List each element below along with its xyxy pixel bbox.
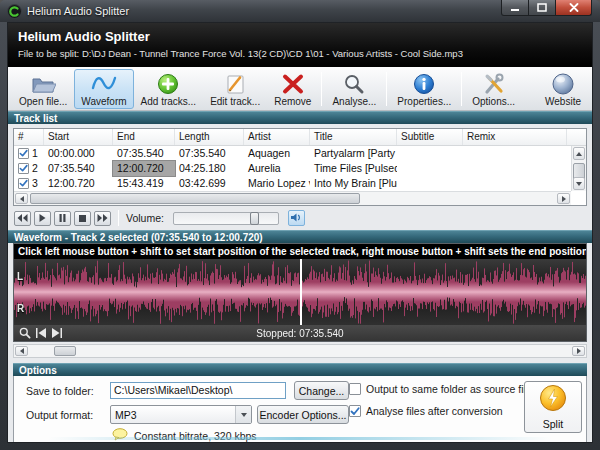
table-row[interactable]: 207:35.54012:00.72004:25.180AureliaTime … bbox=[14, 161, 586, 176]
toolbar-button-website[interactable]: Website bbox=[538, 69, 588, 109]
cell-artist[interactable]: Aquagen bbox=[244, 146, 310, 161]
same-folder-checkbox-box[interactable] bbox=[349, 383, 361, 395]
play-button[interactable] bbox=[34, 211, 51, 226]
bitrate-note-text: Constant bitrate, 320 kbps bbox=[134, 430, 257, 442]
table-horizontal-scrollbar[interactable] bbox=[14, 191, 571, 205]
waveform-horizontal-scrollbar[interactable] bbox=[13, 344, 587, 358]
analyse-checkbox[interactable]: Analyse files after conversion bbox=[349, 405, 503, 417]
skip-to-start-icon[interactable] bbox=[35, 328, 47, 338]
cell-title[interactable]: Partyalarm [Party Mix] bbox=[310, 146, 397, 161]
scroll-down-icon[interactable] bbox=[573, 177, 585, 190]
table-row[interactable]: 100:00.00007:35.54007:35.540AquagenParty… bbox=[14, 146, 586, 161]
waveform-section-header: Waveform - Track 2 selected (07:35.540 t… bbox=[8, 230, 592, 243]
same-folder-checkbox[interactable]: Output to same folder as source files bbox=[349, 383, 537, 395]
analyse-checkbox-box[interactable] bbox=[349, 405, 361, 417]
table-row[interactable]: 312:00.72015:43.41903:42.699Mario Lopez … bbox=[14, 176, 586, 191]
column-header-[interactable]: # bbox=[14, 129, 44, 145]
pause-button[interactable] bbox=[54, 211, 71, 226]
table-hscroll-thumb[interactable] bbox=[30, 193, 360, 204]
cell-end[interactable]: 15:43.419 bbox=[113, 176, 175, 191]
cell-artist[interactable]: Aurelia bbox=[244, 161, 310, 176]
header-band: Helium Audio Splitter File to be split: … bbox=[8, 23, 592, 67]
wave-hscroll-thumb[interactable] bbox=[54, 346, 76, 356]
output-format-label: Output format: bbox=[26, 409, 93, 421]
encoder-options-button[interactable]: Encoder Options... bbox=[257, 405, 349, 424]
cell-start[interactable]: 12:00.720 bbox=[44, 176, 113, 191]
cell-length[interactable]: 07:35.540 bbox=[175, 146, 244, 161]
column-header-remix[interactable]: Remix bbox=[463, 129, 567, 145]
change-folder-button[interactable]: Change... bbox=[294, 381, 349, 400]
stop-button[interactable] bbox=[74, 211, 91, 226]
waveform-block: Click left mouse button + shift to set s… bbox=[13, 243, 587, 342]
cell-subtitle[interactable] bbox=[397, 161, 463, 176]
toolbar-button-label: Add tracks... bbox=[141, 96, 197, 107]
track-checkbox[interactable] bbox=[18, 178, 29, 189]
toolbar-separator bbox=[386, 72, 387, 106]
toolbar-button-edit-track[interactable]: Edit track... bbox=[203, 69, 267, 109]
column-header-subtitle[interactable]: Subtitle bbox=[397, 129, 463, 145]
options-icon bbox=[482, 72, 506, 96]
toolbar-button-label: Edit track... bbox=[210, 96, 260, 107]
cell-length[interactable]: 03:42.699 bbox=[175, 176, 244, 191]
cell-length[interactable]: 04:25.180 bbox=[175, 161, 244, 176]
cell-subtitle[interactable] bbox=[397, 176, 463, 191]
cell-remix[interactable] bbox=[463, 146, 567, 161]
same-folder-checkbox-label: Output to same folder as source files bbox=[366, 383, 537, 395]
cell-artist[interactable]: Mario Lopez vs. ... bbox=[244, 176, 310, 191]
toolbar-button-add-tracks[interactable]: Add tracks... bbox=[134, 69, 204, 109]
skip-to-end-icon[interactable] bbox=[51, 328, 63, 338]
toolbar-button-open-file[interactable]: Open file... bbox=[12, 69, 74, 109]
cell-remix[interactable] bbox=[463, 176, 567, 191]
toolbar-button-remove[interactable]: Remove bbox=[267, 69, 318, 109]
cell-num[interactable]: 2 bbox=[14, 161, 44, 176]
wave-scroll-left-icon[interactable] bbox=[15, 346, 28, 356]
track-checkbox[interactable] bbox=[18, 163, 29, 174]
mute-toggle-button[interactable] bbox=[288, 210, 305, 226]
output-format-select[interactable]: MP3 bbox=[110, 405, 252, 424]
split-button[interactable]: Split bbox=[524, 381, 582, 433]
channel-right-label: R bbox=[17, 303, 24, 314]
column-header-end[interactable]: End bbox=[113, 129, 175, 145]
next-track-button[interactable] bbox=[94, 211, 111, 226]
scroll-left-icon[interactable] bbox=[15, 193, 28, 204]
cell-title[interactable]: Into My Brain [Plug'n'p... bbox=[310, 176, 397, 191]
column-header-artist[interactable]: Artist bbox=[244, 129, 310, 145]
cell-start[interactable]: 07:35.540 bbox=[44, 161, 113, 176]
toolbar-button-options[interactable]: Options... bbox=[465, 69, 522, 109]
cell-end[interactable]: 12:00.720 bbox=[113, 161, 175, 176]
cell-remix[interactable] bbox=[463, 161, 567, 176]
toolbar-button-analyse[interactable]: Analyse... bbox=[325, 69, 383, 109]
table-vertical-scrollbar[interactable] bbox=[571, 146, 586, 191]
wave-scroll-right-icon[interactable] bbox=[572, 346, 585, 356]
playhead-marker[interactable] bbox=[300, 259, 302, 325]
cell-title[interactable]: Time Files [Pulsedriver ... bbox=[310, 161, 397, 176]
cell-subtitle[interactable] bbox=[397, 146, 463, 161]
zoom-icon[interactable] bbox=[19, 327, 31, 339]
cell-end[interactable]: 07:35.540 bbox=[113, 146, 175, 161]
previous-track-button[interactable] bbox=[14, 211, 31, 226]
volume-slider-thumb[interactable] bbox=[250, 212, 259, 225]
save-path-input[interactable]: C:\Users\Mikael\Desktop\ bbox=[110, 382, 286, 399]
app-icon bbox=[7, 4, 22, 19]
column-header-title[interactable]: Title bbox=[310, 129, 397, 145]
cell-start[interactable]: 00:00.000 bbox=[44, 146, 113, 161]
column-header-length[interactable]: Length bbox=[175, 129, 244, 145]
column-header-start[interactable]: Start bbox=[44, 129, 113, 145]
playback-status-text: Stopped: 07:35.540 bbox=[14, 328, 586, 339]
track-checkbox[interactable] bbox=[18, 148, 29, 159]
titlebar: Helium Audio Splitter bbox=[0, 0, 600, 22]
properties-icon bbox=[413, 72, 435, 96]
waveform-status-bar: Stopped: 07:35.540 bbox=[14, 325, 586, 341]
toolbar-button-properties[interactable]: Properties... bbox=[390, 69, 458, 109]
waveform-display[interactable]: L R bbox=[14, 259, 586, 325]
scroll-up-icon[interactable] bbox=[573, 147, 585, 160]
cell-num[interactable]: 3 bbox=[14, 176, 44, 191]
cell-num[interactable]: 1 bbox=[14, 146, 44, 161]
toolbar-button-waveform[interactable]: Waveform bbox=[74, 69, 133, 109]
close-button[interactable] bbox=[556, 0, 592, 16]
speaker-icon bbox=[290, 209, 302, 227]
maximize-button[interactable] bbox=[529, 0, 556, 16]
minimize-button[interactable] bbox=[501, 0, 529, 16]
scroll-right-icon[interactable] bbox=[557, 193, 570, 204]
volume-slider[interactable] bbox=[173, 212, 279, 225]
